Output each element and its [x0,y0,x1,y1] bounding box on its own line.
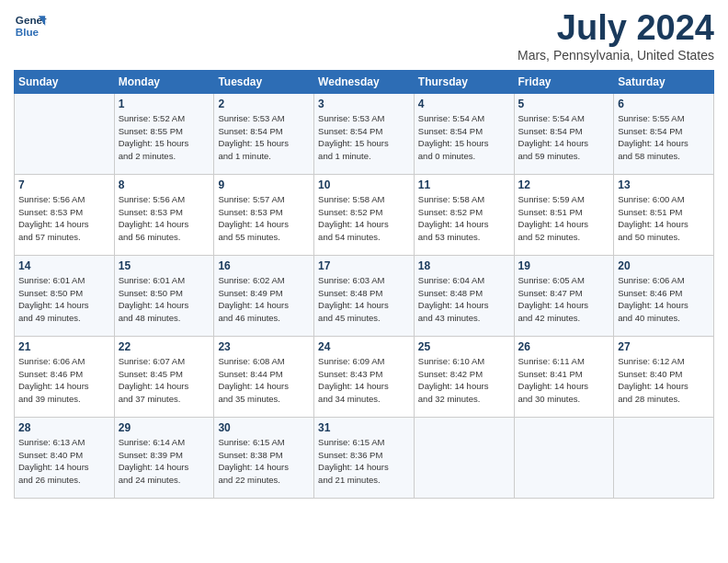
day-info: Sunrise: 6:03 AM Sunset: 8:48 PM Dayligh… [318,274,410,325]
calendar-cell: 23Sunrise: 6:08 AM Sunset: 8:44 PM Dayli… [214,336,314,417]
calendar-header-row: SundayMondayTuesdayWednesdayThursdayFrid… [15,70,714,93]
day-number: 21 [18,340,110,353]
calendar-cell: 24Sunrise: 6:09 AM Sunset: 8:43 PM Dayli… [314,336,415,417]
day-number: 30 [218,421,310,434]
calendar-table: SundayMondayTuesdayWednesdayThursdayFrid… [14,70,714,499]
day-info: Sunrise: 5:56 AM Sunset: 8:53 PM Dayligh… [119,193,210,244]
day-number: 24 [318,340,410,353]
day-number: 28 [18,421,110,434]
calendar-cell: 10Sunrise: 5:58 AM Sunset: 8:52 PM Dayli… [314,174,415,255]
calendar-cell: 30Sunrise: 6:15 AM Sunset: 8:38 PM Dayli… [214,417,314,498]
day-number: 8 [119,178,210,191]
day-info: Sunrise: 5:54 AM Sunset: 8:54 PM Dayligh… [418,112,510,163]
title-block: July 2024 Mars, Pennsylvania, United Sta… [518,9,714,63]
day-info: Sunrise: 6:04 AM Sunset: 8:48 PM Dayligh… [418,274,510,325]
day-number: 10 [318,178,410,191]
calendar-cell: 17Sunrise: 6:03 AM Sunset: 8:48 PM Dayli… [314,255,415,336]
day-number: 14 [18,259,110,272]
calendar-cell [15,93,115,174]
day-number: 1 [119,98,210,110]
logo: General Blue [14,9,47,42]
calendar-cell: 2Sunrise: 5:53 AM Sunset: 8:54 PM Daylig… [214,93,314,174]
day-number: 19 [518,259,610,272]
day-number: 22 [119,340,210,353]
day-header-friday: Friday [514,70,614,93]
calendar-cell: 16Sunrise: 6:02 AM Sunset: 8:49 PM Dayli… [214,255,314,336]
calendar-cell: 25Sunrise: 6:10 AM Sunset: 8:42 PM Dayli… [414,336,514,417]
day-info: Sunrise: 5:58 AM Sunset: 8:52 PM Dayligh… [418,193,510,244]
calendar-cell: 4Sunrise: 5:54 AM Sunset: 8:54 PM Daylig… [414,93,514,174]
calendar-cell: 31Sunrise: 6:15 AM Sunset: 8:36 PM Dayli… [314,417,415,498]
day-info: Sunrise: 6:15 AM Sunset: 8:36 PM Dayligh… [318,436,410,487]
day-info: Sunrise: 5:55 AM Sunset: 8:54 PM Dayligh… [618,112,710,163]
day-info: Sunrise: 6:01 AM Sunset: 8:50 PM Dayligh… [119,274,210,325]
day-info: Sunrise: 5:53 AM Sunset: 8:54 PM Dayligh… [318,112,410,163]
calendar-week-row: 1Sunrise: 5:52 AM Sunset: 8:55 PM Daylig… [15,93,714,174]
day-info: Sunrise: 5:56 AM Sunset: 8:53 PM Dayligh… [18,193,110,244]
day-number: 23 [218,340,310,353]
calendar-cell: 28Sunrise: 6:13 AM Sunset: 8:40 PM Dayli… [15,417,115,498]
day-number: 20 [618,259,710,272]
calendar-cell: 27Sunrise: 6:12 AM Sunset: 8:40 PM Dayli… [614,336,714,417]
calendar-cell: 11Sunrise: 5:58 AM Sunset: 8:52 PM Dayli… [414,174,514,255]
logo-icon: General Blue [14,9,47,42]
calendar-cell: 12Sunrise: 5:59 AM Sunset: 8:51 PM Dayli… [514,174,614,255]
day-info: Sunrise: 6:05 AM Sunset: 8:47 PM Dayligh… [518,274,610,325]
day-info: Sunrise: 6:02 AM Sunset: 8:49 PM Dayligh… [218,274,310,325]
month-title: July 2024 [518,9,714,48]
calendar-week-row: 14Sunrise: 6:01 AM Sunset: 8:50 PM Dayli… [15,255,714,336]
location: Mars, Pennsylvania, United States [518,48,714,63]
day-number: 16 [218,259,310,272]
day-header-saturday: Saturday [614,70,714,93]
day-info: Sunrise: 6:15 AM Sunset: 8:38 PM Dayligh… [218,436,310,487]
calendar-cell: 1Sunrise: 5:52 AM Sunset: 8:55 PM Daylig… [114,93,214,174]
calendar-cell [514,417,614,498]
calendar-cell: 9Sunrise: 5:57 AM Sunset: 8:53 PM Daylig… [214,174,314,255]
day-number: 4 [418,98,510,110]
calendar-cell: 6Sunrise: 5:55 AM Sunset: 8:54 PM Daylig… [614,93,714,174]
day-info: Sunrise: 6:08 AM Sunset: 8:44 PM Dayligh… [218,355,310,406]
calendar-cell: 18Sunrise: 6:04 AM Sunset: 8:48 PM Dayli… [414,255,514,336]
day-header-sunday: Sunday [15,70,115,93]
day-info: Sunrise: 6:06 AM Sunset: 8:46 PM Dayligh… [618,274,710,325]
calendar-cell: 21Sunrise: 6:06 AM Sunset: 8:46 PM Dayli… [15,336,115,417]
calendar-cell: 15Sunrise: 6:01 AM Sunset: 8:50 PM Dayli… [114,255,214,336]
calendar-week-row: 28Sunrise: 6:13 AM Sunset: 8:40 PM Dayli… [15,417,714,498]
calendar-cell: 26Sunrise: 6:11 AM Sunset: 8:41 PM Dayli… [514,336,614,417]
calendar-cell: 8Sunrise: 5:56 AM Sunset: 8:53 PM Daylig… [114,174,214,255]
day-number: 17 [318,259,410,272]
day-header-tuesday: Tuesday [214,70,314,93]
day-number: 7 [18,178,110,191]
calendar-cell [414,417,514,498]
day-info: Sunrise: 6:07 AM Sunset: 8:45 PM Dayligh… [119,355,210,406]
calendar-week-row: 21Sunrise: 6:06 AM Sunset: 8:46 PM Dayli… [15,336,714,417]
day-number: 12 [518,178,610,191]
day-info: Sunrise: 6:01 AM Sunset: 8:50 PM Dayligh… [18,274,110,325]
day-number: 11 [418,178,510,191]
day-number: 15 [119,259,210,272]
day-info: Sunrise: 5:52 AM Sunset: 8:55 PM Dayligh… [119,112,210,163]
day-number: 6 [618,98,710,110]
day-info: Sunrise: 6:14 AM Sunset: 8:39 PM Dayligh… [119,436,210,487]
calendar-cell: 20Sunrise: 6:06 AM Sunset: 8:46 PM Dayli… [614,255,714,336]
calendar-cell: 5Sunrise: 5:54 AM Sunset: 8:54 PM Daylig… [514,93,614,174]
day-info: Sunrise: 6:11 AM Sunset: 8:41 PM Dayligh… [518,355,610,406]
day-number: 9 [218,178,310,191]
day-header-thursday: Thursday [414,70,514,93]
calendar-cell: 13Sunrise: 6:00 AM Sunset: 8:51 PM Dayli… [614,174,714,255]
day-header-monday: Monday [114,70,214,93]
day-info: Sunrise: 6:09 AM Sunset: 8:43 PM Dayligh… [318,355,410,406]
day-info: Sunrise: 6:06 AM Sunset: 8:46 PM Dayligh… [18,355,110,406]
calendar-week-row: 7Sunrise: 5:56 AM Sunset: 8:53 PM Daylig… [15,174,714,255]
calendar-cell: 19Sunrise: 6:05 AM Sunset: 8:47 PM Dayli… [514,255,614,336]
day-number: 13 [618,178,710,191]
calendar-cell: 7Sunrise: 5:56 AM Sunset: 8:53 PM Daylig… [15,174,115,255]
day-number: 2 [218,98,310,110]
day-info: Sunrise: 6:10 AM Sunset: 8:42 PM Dayligh… [418,355,510,406]
day-number: 18 [418,259,510,272]
day-number: 26 [518,340,610,353]
day-info: Sunrise: 5:58 AM Sunset: 8:52 PM Dayligh… [318,193,410,244]
svg-text:Blue: Blue [16,26,40,38]
calendar-cell [614,417,714,498]
calendar-cell: 29Sunrise: 6:14 AM Sunset: 8:39 PM Dayli… [114,417,214,498]
